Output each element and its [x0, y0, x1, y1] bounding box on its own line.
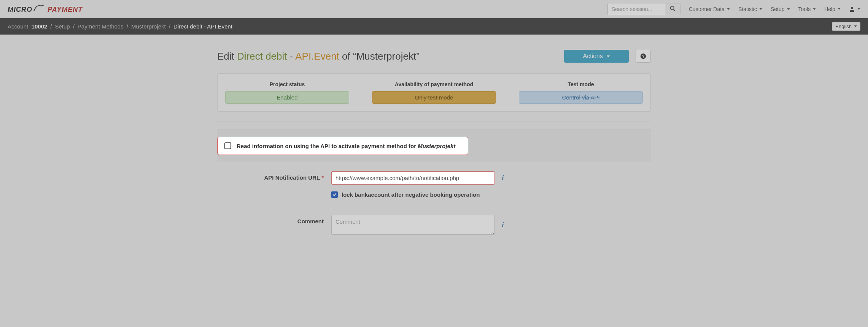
nav-help[interactable]: Help [824, 6, 841, 12]
api-url-label: API Notification URL* [217, 171, 331, 181]
search-icon [670, 6, 676, 11]
logo-text-payment: PAYMENT [48, 6, 83, 14]
nav-setup[interactable]: Setup [771, 6, 790, 12]
info-icon[interactable]: i [499, 221, 506, 229]
svg-point-2 [851, 6, 853, 9]
caret-down-icon [727, 8, 730, 10]
availability-value[interactable]: Only test mode [372, 91, 496, 104]
caret-down-icon [759, 8, 762, 10]
breadcrumb-project[interactable]: Musterprojekt [131, 23, 166, 30]
breadcrumb-current: Direct debit - API.Event [173, 23, 232, 30]
lock-checkbox[interactable] [331, 191, 338, 198]
callout-checkbox[interactable] [224, 142, 231, 149]
divider [217, 122, 651, 122]
svg-point-0 [670, 6, 674, 9]
nav-customer-data[interactable]: Customer Data [689, 6, 730, 12]
breadcrumb-account-id[interactable]: 10002 [32, 23, 48, 30]
info-icon[interactable]: i [499, 174, 506, 182]
project-status-value[interactable]: Enabled [225, 91, 349, 104]
search-input[interactable] [608, 3, 665, 15]
caret-down-icon [854, 25, 857, 27]
api-url-input[interactable] [331, 171, 495, 185]
search-button[interactable] [665, 3, 680, 15]
api-info-callout[interactable]: Read information on using the API to act… [217, 137, 468, 155]
test-mode-value[interactable]: Control via API [519, 91, 643, 104]
breadcrumb-payment-methods[interactable]: Payment Methods [78, 23, 124, 30]
project-status-label: Project status [225, 81, 349, 87]
help-button[interactable]: ? [636, 50, 651, 63]
test-mode-label: Test mode [519, 81, 643, 87]
page-title: Edit Direct debit - API.Event of “Muster… [217, 51, 420, 62]
breadcrumb: Account: 10002 / Setup / Payment Methods… [0, 18, 868, 35]
check-icon [332, 193, 337, 197]
actions-label: Actions [583, 53, 603, 60]
user-icon [849, 6, 855, 12]
question-icon: ? [640, 53, 646, 59]
nav-statistic[interactable]: Statistic [738, 6, 762, 12]
svg-text:?: ? [642, 54, 645, 58]
nav-user-menu[interactable] [849, 6, 860, 12]
actions-button[interactable]: Actions [564, 50, 629, 63]
lock-checkbox-label: lock bankaccount after negative booking … [342, 191, 480, 198]
session-search [607, 3, 680, 15]
comment-textarea[interactable] [331, 215, 495, 235]
logo-swoosh-icon [33, 4, 45, 12]
language-label: English [835, 24, 852, 29]
comment-label: Comment [217, 215, 331, 224]
callout-text: Read information on using the API to act… [237, 143, 455, 149]
breadcrumb-account-label: Account: [8, 23, 30, 30]
breadcrumb-setup[interactable]: Setup [55, 23, 70, 30]
caret-down-icon [838, 8, 841, 10]
language-selector[interactable]: English [832, 22, 860, 31]
caret-down-icon [813, 8, 816, 10]
caret-down-icon [607, 55, 610, 57]
status-panel: Project status Enabled Availability of p… [217, 73, 651, 112]
availability-label: Availability of payment method [372, 81, 496, 87]
nav-tools[interactable]: Tools [798, 6, 816, 12]
top-navbar: MICRO PAYMENT Customer Data Statistic Se… [0, 0, 868, 18]
main-content: Edit Direct debit - API.Event of “Muster… [210, 35, 658, 264]
brand-logo: MICRO PAYMENT [8, 4, 83, 14]
svg-line-1 [674, 9, 675, 11]
logo-text-micro: MICRO [8, 6, 32, 14]
caret-down-icon [787, 8, 790, 10]
caret-down-icon [857, 8, 860, 10]
divider [217, 207, 651, 207]
